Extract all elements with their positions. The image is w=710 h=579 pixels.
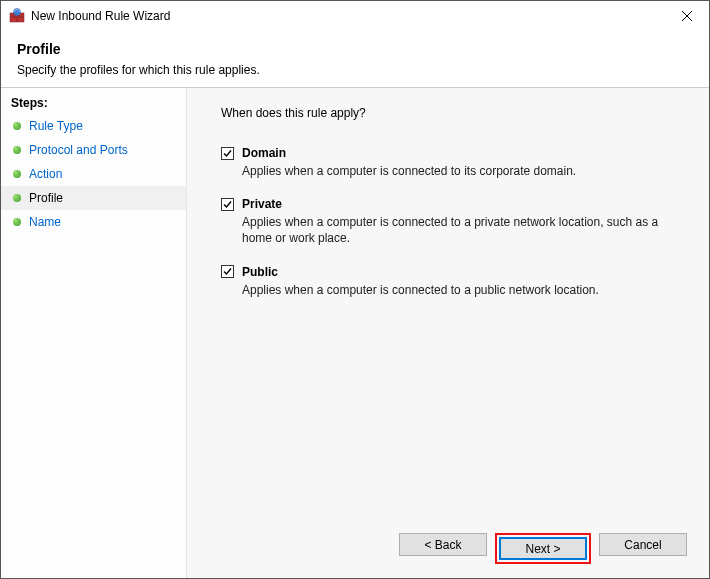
profile-option-row: Private [221,197,687,211]
profile-option-description: Applies when a computer is connected to … [242,163,672,179]
step-action[interactable]: Action [1,162,186,186]
checkbox-private[interactable] [221,198,234,211]
steps-sidebar: Steps: Rule TypeProtocol and PortsAction… [1,88,187,578]
title-bar: New Inbound Rule Wizard [1,1,709,31]
step-bullet-icon [13,122,21,130]
profile-option-row: Domain [221,146,687,160]
profile-option-label: Public [242,265,278,279]
step-name[interactable]: Name [1,210,186,234]
profile-option-description: Applies when a computer is connected to … [242,214,672,246]
profile-option-private: PrivateApplies when a computer is connec… [221,197,687,246]
next-button[interactable]: Next > [499,537,587,560]
cancel-button-label: Cancel [624,538,661,552]
profile-option-domain: DomainApplies when a computer is connect… [221,146,687,179]
cancel-button[interactable]: Cancel [599,533,687,556]
page-title: Profile [17,41,693,57]
profile-option-label: Private [242,197,282,211]
close-icon [682,11,692,21]
checkmark-icon [222,266,233,277]
profile-question: When does this rule apply? [221,106,687,120]
highlight-next: Next > [495,533,591,564]
step-label: Name [29,214,61,230]
step-label: Protocol and Ports [29,142,128,158]
step-profile: Profile [1,186,186,210]
step-bullet-icon [13,170,21,178]
checkmark-icon [222,199,233,210]
step-rule-type[interactable]: Rule Type [1,114,186,138]
window-title: New Inbound Rule Wizard [31,9,664,23]
wizard-window: New Inbound Rule Wizard Profile Specify … [0,0,710,579]
firewall-icon [9,8,25,24]
checkmark-icon [222,148,233,159]
checkbox-public[interactable] [221,265,234,278]
wizard-body: Steps: Rule TypeProtocol and PortsAction… [1,87,709,578]
next-button-label: Next > [525,542,560,556]
profile-option-row: Public [221,265,687,279]
page-subtitle: Specify the profiles for which this rule… [17,63,693,77]
profile-option-public: PublicApplies when a computer is connect… [221,265,687,298]
step-bullet-icon [13,194,21,202]
steps-heading: Steps: [1,94,186,114]
wizard-header: Profile Specify the profiles for which t… [1,31,709,87]
step-label: Rule Type [29,118,83,134]
checkbox-domain[interactable] [221,147,234,160]
back-button[interactable]: < Back [399,533,487,556]
step-bullet-icon [13,146,21,154]
step-label: Action [29,166,62,182]
close-button[interactable] [664,1,709,31]
wizard-button-row: < Back Next > Cancel [399,533,687,564]
wizard-main-pane: When does this rule apply? DomainApplies… [187,88,709,578]
step-label: Profile [29,190,63,206]
step-protocol-and-ports[interactable]: Protocol and Ports [1,138,186,162]
profile-option-label: Domain [242,146,286,160]
step-bullet-icon [13,218,21,226]
back-button-label: < Back [424,538,461,552]
profile-option-description: Applies when a computer is connected to … [242,282,672,298]
